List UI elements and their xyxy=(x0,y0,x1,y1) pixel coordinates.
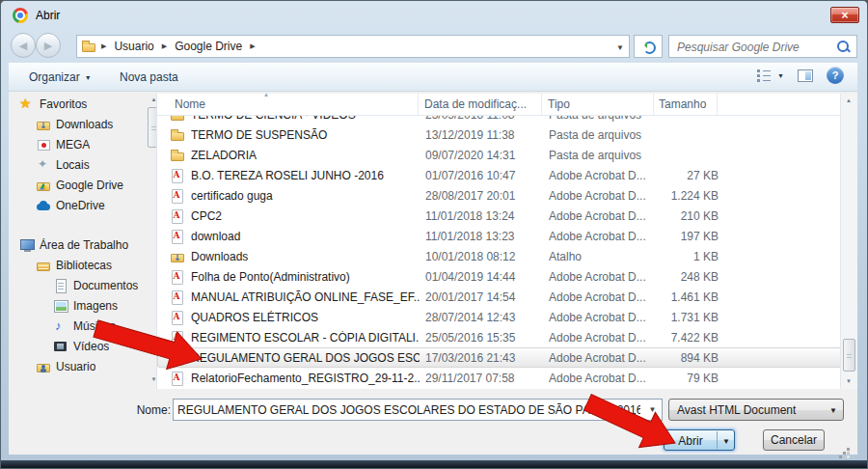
table-row[interactable]: REGULAMENTO GERAL DOS JOGOS ESC...17/03/… xyxy=(157,347,841,368)
table-row[interactable]: Downloads10/01/2018 08:12Atalho1 KB xyxy=(157,246,841,266)
star-icon xyxy=(19,97,35,112)
downloads-folder-icon xyxy=(36,117,51,132)
new-folder-label: Nova pasta xyxy=(120,70,178,84)
sidebar-item-musicas[interactable]: Músicas xyxy=(10,316,147,336)
chevron-down-icon: ▼ xyxy=(85,74,92,81)
sidebar-tree: FavoritosDownloadsMEGALocaisGoogle Drive… xyxy=(10,94,147,389)
search-icon[interactable] xyxy=(837,41,849,52)
sidebar-item-videos[interactable]: Vídeos xyxy=(10,336,147,356)
file-name: Folha de Ponto(Administrativo) xyxy=(191,270,420,284)
refresh-icon xyxy=(643,41,656,54)
pdf-icon xyxy=(170,371,185,386)
file-date: 09/07/2020 14:31 xyxy=(420,149,543,162)
sidebar-item-label: OneDrive xyxy=(56,199,105,212)
views-button[interactable]: ▼ xyxy=(756,69,784,82)
sort-ascending-icon: ▲ xyxy=(263,92,269,97)
sidebar-item-locais[interactable]: Locais xyxy=(10,154,147,175)
sidebar-item-mega[interactable]: MEGA xyxy=(10,134,147,154)
shortcut-icon xyxy=(170,249,185,264)
chevron-down-icon: ▼ xyxy=(829,406,837,415)
chevron-down-icon: ▼ xyxy=(777,72,784,79)
table-row[interactable]: REGIMENTO ESCOLAR - CÓPIA DIGITALI...25/… xyxy=(157,327,841,347)
file-name: REGIMENTO ESCOLAR - CÓPIA DIGITALI... xyxy=(191,331,420,345)
music-icon xyxy=(53,318,68,334)
sidebar-item-documentos[interactable]: Documentos xyxy=(10,275,147,295)
table-row[interactable]: RelatorioFechamento_REGISTRO_29-11-2...2… xyxy=(157,368,841,388)
preview-pane-icon[interactable] xyxy=(798,69,813,82)
sidebar-item-usuario[interactable]: Usuario xyxy=(10,356,147,376)
sidebar-item-favoritos[interactable]: Favoritos xyxy=(10,94,147,114)
search-input[interactable] xyxy=(675,38,833,57)
back-icon: ◀ xyxy=(19,40,27,51)
scroll-up-icon[interactable]: ▲ xyxy=(841,95,856,107)
forward-button[interactable]: ▶ xyxy=(36,33,61,58)
file-date: 25/05/2016 15:35 xyxy=(420,331,543,345)
breadcrumb-item[interactable]: Google Drive xyxy=(169,40,248,53)
pdf-icon xyxy=(170,310,185,325)
file-type: Adobe Acrobat D... xyxy=(543,290,655,304)
scroll-down-icon[interactable]: ▼ xyxy=(841,375,856,388)
chrome-icon[interactable] xyxy=(13,8,28,23)
file-size: 1.731 KB xyxy=(655,311,719,324)
table-row[interactable]: CPC211/01/2018 13:24Adobe Acrobat D...21… xyxy=(157,206,841,226)
sidebar-item-label: Imagens xyxy=(73,299,118,313)
table-row[interactable]: TERMO DE CIÊNCIA - VÍDEOS23/05/2018 11:0… xyxy=(157,116,841,124)
sidebar-item-label: Locais xyxy=(56,158,90,172)
breadcrumb-arrow-icon[interactable]: ▶ xyxy=(248,42,257,50)
table-row[interactable]: B.O. TEREZA ROSELI JUNHO -201601/07/2016… xyxy=(157,165,841,185)
open-dropdown-icon[interactable]: ▼ xyxy=(722,437,730,446)
new-folder-button[interactable]: Nova pasta xyxy=(113,68,185,87)
filetype-dropdown[interactable]: Avast HTML Document ▼ xyxy=(668,399,844,421)
file-size: 210 KB xyxy=(655,209,719,223)
file-name: RelatorioFechamento_REGISTRO_29-11-2... xyxy=(191,372,420,385)
file-list-scrollbar[interactable]: ▲ ▼ xyxy=(840,94,857,389)
breadcrumb-item[interactable]: Usuario xyxy=(108,40,159,53)
sidebar-item-label: Downloads xyxy=(56,118,113,131)
refresh-button[interactable] xyxy=(634,35,663,58)
file-size: 79 KB xyxy=(655,372,719,385)
back-button[interactable]: ◀ xyxy=(11,33,36,58)
table-row[interactable]: download11/01/2018 13:23Adobe Acrobat D.… xyxy=(157,226,841,246)
organize-button[interactable]: Organizar ▼ xyxy=(22,68,98,87)
pdf-icon xyxy=(170,269,185,285)
file-name: Downloads xyxy=(191,250,420,263)
table-row[interactable]: QUADROS ELÉTRICOS28/07/2014 12:43Adobe A… xyxy=(157,307,841,327)
filename-dropdown-icon[interactable]: ▼ xyxy=(645,401,660,418)
table-row[interactable]: ZELADORIA09/07/2020 14:31Pasta de arquiv… xyxy=(157,145,841,165)
close-button[interactable]: × xyxy=(830,7,859,23)
pdf-icon xyxy=(170,290,185,305)
table-row[interactable]: certificado guga28/08/2017 20:01Adobe Ac… xyxy=(157,185,841,206)
sidebar-item-imagens[interactable]: Imagens xyxy=(10,295,147,316)
sidebar-item-label: Músicas xyxy=(73,319,116,333)
file-name: REGULAMENTO GERAL DOS JOGOS ESC... xyxy=(191,351,420,365)
cancel-button[interactable]: Cancelar xyxy=(763,429,825,451)
open-button[interactable]: Abrir ▼ xyxy=(664,429,735,451)
sidebar-item-downloads[interactable]: Downloads xyxy=(10,114,147,134)
sidebar-item-bibliotecas[interactable]: Bibliotecas xyxy=(10,255,147,275)
breadcrumb-arrow-icon[interactable]: ▶ xyxy=(160,42,169,50)
column-header-tamanho[interactable]: Tamanho xyxy=(654,94,718,115)
column-header-label: Nome xyxy=(175,97,205,111)
sidebar-item-area-de-trabalho[interactable]: Área de Trabalho xyxy=(10,234,147,255)
file-type: Pasta de arquivos xyxy=(543,149,655,162)
sidebar-item-onedrive[interactable]: OneDrive xyxy=(10,195,147,215)
table-row[interactable]: Folha de Ponto(Administrativo)01/04/2019… xyxy=(157,266,841,287)
videos-icon xyxy=(53,339,68,354)
address-bar[interactable]: ▶ Usuario▶Google Drive▶ ▼ xyxy=(76,35,630,58)
file-size: 197 KB xyxy=(655,230,719,243)
folder-icon xyxy=(170,127,185,143)
address-dropdown-icon[interactable]: ▼ xyxy=(616,43,624,52)
table-row[interactable]: MANUAL ATRIBUIÇÃO ONLINE_FASE_EF...20/01… xyxy=(157,287,841,307)
sidebar-item-google-drive[interactable]: Google Drive xyxy=(10,175,147,195)
column-header-nome[interactable]: Nome ▲ xyxy=(157,94,419,115)
column-header-tipo[interactable]: Tipo xyxy=(542,94,654,115)
column-header-data[interactable]: Data de modificaç... xyxy=(419,94,542,115)
file-name: MANUAL ATRIBUIÇÃO ONLINE_FASE_EF... xyxy=(191,290,420,304)
help-icon[interactable]: ? xyxy=(827,67,844,84)
table-row[interactable]: TERMO DE SUSPENSÃO13/12/2019 11:38Pasta … xyxy=(157,124,841,145)
file-list: Nome ▲ Data de modificaç... Tipo Tamanho… xyxy=(156,94,857,389)
filename-input[interactable] xyxy=(177,401,640,418)
scrollbar-thumb[interactable] xyxy=(843,339,855,372)
file-type: Adobe Acrobat D... xyxy=(543,169,655,182)
resize-grip-icon[interactable] xyxy=(838,439,850,451)
